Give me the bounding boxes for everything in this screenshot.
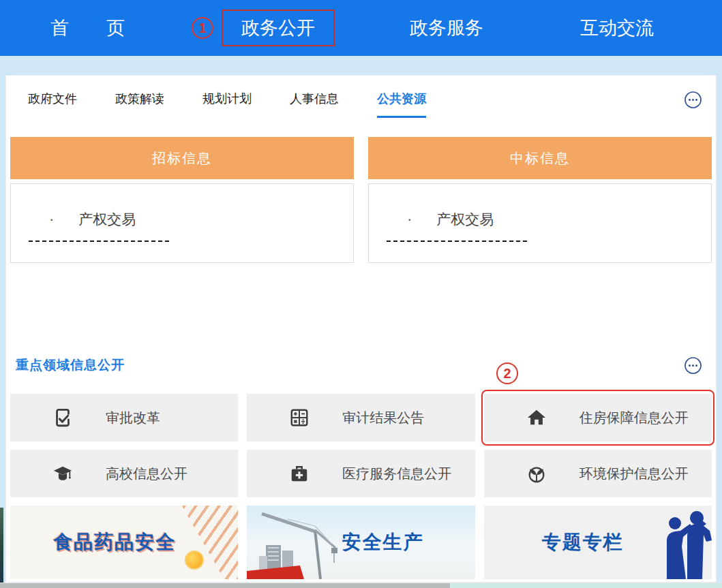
graduation-cap-icon bbox=[52, 463, 73, 484]
list-item-property-exchange[interactable]: · 产权交易 bbox=[11, 210, 353, 229]
seedling-icon bbox=[526, 463, 547, 484]
banner-special-columns[interactable]: 专题专栏 bbox=[484, 506, 712, 579]
tile-label: 审计结果公告 bbox=[342, 409, 424, 427]
home-icon bbox=[526, 407, 547, 428]
banner-label: 食品药品安全 bbox=[53, 529, 176, 555]
dashed-divider bbox=[29, 241, 169, 242]
winning-bid-info-header[interactable]: 中标信息 bbox=[368, 137, 712, 179]
promo-banners: 食品药品安全 bbox=[10, 506, 712, 579]
key-areas-header: 重点领域信息公开 bbox=[16, 354, 702, 376]
tile-environmental-protection[interactable]: 环境保护信息公开 bbox=[484, 450, 712, 497]
banner-work-safety[interactable]: 安全生产 bbox=[247, 506, 475, 579]
winning-bid-column: 中标信息 · 产权交易 bbox=[368, 137, 712, 263]
bidding-column: 招标信息 · 产权交易 bbox=[10, 137, 354, 263]
nav-item-government-services[interactable]: 政务服务 bbox=[410, 16, 483, 40]
tile-audit-results[interactable]: 审计结果公告 bbox=[247, 394, 475, 442]
dashed-divider bbox=[387, 241, 527, 242]
medical-kit-icon bbox=[289, 463, 310, 484]
tab-public-resources[interactable]: 公共资源 bbox=[377, 91, 426, 118]
section-tabs: 政府文件 政策解读 规划计划 人事信息 公共资源 bbox=[6, 76, 716, 119]
step-annotation-2: 2 bbox=[496, 362, 518, 384]
nav-item-home[interactable]: 首 页 bbox=[50, 16, 134, 40]
top-nav: 首 页 1 政务公开 政务服务 互动交流 bbox=[0, 0, 722, 56]
check-document-icon bbox=[52, 407, 73, 428]
tile-label: 医疗服务信息公开 bbox=[342, 465, 451, 483]
background-photo-sliver bbox=[0, 508, 3, 583]
banner-food-drug-safety[interactable]: 食品药品安全 bbox=[10, 506, 238, 579]
key-areas-title: 重点领域信息公开 bbox=[16, 356, 125, 374]
horizontal-scrollbar-track[interactable] bbox=[0, 583, 722, 588]
tab-policy-interpretation[interactable]: 政策解读 bbox=[115, 91, 164, 116]
step-annotation-1: 1 bbox=[192, 17, 213, 39]
tile-housing-security[interactable]: 住房保障信息公开 bbox=[484, 394, 712, 442]
list-item-property-exchange[interactable]: · 产权交易 bbox=[369, 210, 711, 229]
horizontal-scrollbar-thumb[interactable] bbox=[0, 583, 450, 588]
orange-coin-decoration bbox=[185, 551, 204, 570]
list-item-label: 产权交易 bbox=[78, 210, 136, 229]
tile-label: 住房保障信息公开 bbox=[580, 409, 689, 427]
bidding-info-box: · 产权交易 bbox=[10, 183, 354, 263]
key-areas-tiles: 审批改革 审计结果公告 bbox=[10, 394, 712, 497]
tab-planning[interactable]: 规划计划 bbox=[202, 91, 252, 116]
tile-label: 审批改革 bbox=[106, 409, 160, 427]
figures-silhouette-graphic bbox=[610, 506, 712, 579]
more-ellipsis-icon[interactable] bbox=[684, 91, 702, 109]
nav-item-government-disclosure[interactable]: 政务公开 bbox=[222, 10, 335, 46]
tile-label: 环境保护信息公开 bbox=[580, 465, 689, 483]
tab-government-files[interactable]: 政府文件 bbox=[28, 91, 77, 116]
list-item-label: 产权交易 bbox=[436, 210, 494, 229]
banner-label: 安全生产 bbox=[342, 529, 423, 555]
content-panel: 政府文件 政策解读 规划计划 人事信息 公共资源 招标信息 · 产权交易 bbox=[5, 75, 717, 583]
tile-medical-services[interactable]: 医疗服务信息公开 bbox=[247, 450, 475, 497]
calculator-icon bbox=[289, 407, 310, 428]
nav-item-interaction[interactable]: 互动交流 bbox=[580, 16, 654, 40]
tile-university-info[interactable]: 高校信息公开 bbox=[10, 450, 238, 497]
bidding-info-header[interactable]: 招标信息 bbox=[10, 137, 354, 179]
resource-columns: 招标信息 · 产权交易 中标信息 · 产权交易 bbox=[10, 137, 712, 263]
banner-label: 专题专栏 bbox=[542, 529, 624, 555]
tab-personnel-info[interactable]: 人事信息 bbox=[290, 91, 339, 116]
tile-label: 高校信息公开 bbox=[106, 465, 187, 483]
bullet-dot: · bbox=[407, 211, 412, 228]
more-ellipsis-icon[interactable] bbox=[684, 356, 702, 375]
tile-approval-reform[interactable]: 审批改革 bbox=[10, 394, 238, 442]
winning-bid-info-box: · 产权交易 bbox=[368, 183, 712, 263]
bullet-dot: · bbox=[49, 211, 54, 228]
